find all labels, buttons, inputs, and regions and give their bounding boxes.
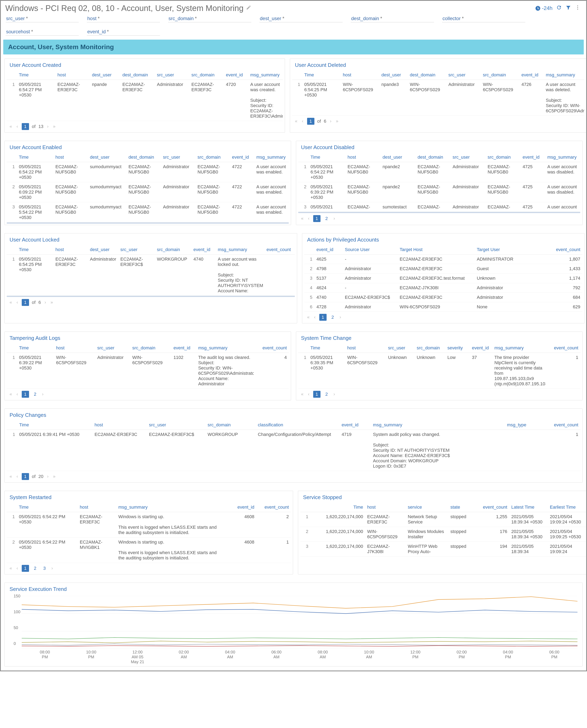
col-header[interactable]: host bbox=[53, 245, 88, 254]
next-page-icon[interactable]: › bbox=[41, 391, 44, 397]
col-header[interactable]: dest_user bbox=[88, 153, 126, 162]
first-page-icon[interactable]: « bbox=[306, 314, 310, 320]
col-header[interactable]: msg_summary bbox=[248, 70, 283, 80]
col-header[interactable]: event_id bbox=[191, 245, 216, 254]
col-header[interactable]: src_user bbox=[147, 420, 206, 430]
filter-host[interactable]: host* bbox=[87, 15, 160, 22]
first-page-icon[interactable]: « bbox=[9, 299, 13, 305]
col-header[interactable]: dest_user bbox=[381, 153, 416, 162]
next-page-icon[interactable]: › bbox=[333, 215, 336, 222]
col-header[interactable]: service bbox=[406, 503, 448, 512]
first-page-icon[interactable]: « bbox=[9, 123, 13, 130]
col-header[interactable]: Earliest Time bbox=[548, 503, 586, 512]
prev-page-icon[interactable]: ‹ bbox=[301, 118, 304, 124]
col-header[interactable]: Latest Time bbox=[509, 503, 548, 512]
col-header[interactable]: msg_summary bbox=[545, 153, 580, 162]
col-header[interactable]: event_id bbox=[230, 153, 254, 162]
col-header[interactable]: msg_type bbox=[505, 420, 543, 430]
col-header[interactable]: msg_summary bbox=[492, 343, 546, 353]
prev-page-icon[interactable]: ‹ bbox=[307, 215, 310, 222]
table-row[interactable]: 205/05/2021 6:39:22 PM +0530EC2AMAZ-NUF5… bbox=[298, 182, 580, 202]
col-header[interactable]: event_count bbox=[264, 245, 295, 254]
current-page[interactable]: 1 bbox=[22, 473, 29, 480]
table-row[interactable]: 205/05/2021 6:09:22 PM +0530EC2AMAZ-NUF5… bbox=[7, 182, 289, 202]
filter-src_user[interactable]: src_user* bbox=[6, 15, 79, 22]
prev-page-icon[interactable]: ‹ bbox=[16, 474, 19, 480]
col-header[interactable]: Target Host bbox=[398, 245, 475, 254]
col-header[interactable]: event_id bbox=[470, 343, 492, 353]
col-header[interactable]: host bbox=[54, 343, 95, 353]
table-row[interactable]: 31,620,220,174,000EC2AMAZ-J7K308IWinHTTP… bbox=[300, 542, 586, 556]
col-header[interactable]: Time bbox=[17, 245, 53, 254]
prev-page-icon[interactable]: ‹ bbox=[313, 314, 316, 320]
table-row[interactable]: 305/05/2021EC2AMAZ-sumotestactEC2AMAZ-Ad… bbox=[298, 202, 580, 212]
col-header[interactable]: event_id bbox=[226, 503, 256, 512]
current-page[interactable]: 1 bbox=[307, 118, 314, 125]
col-header[interactable]: host bbox=[93, 420, 147, 430]
last-page-icon[interactable]: » bbox=[335, 118, 339, 124]
col-header[interactable]: src_domain bbox=[486, 153, 520, 162]
col-header[interactable]: event_id bbox=[314, 245, 343, 254]
page-btn[interactable]: 2 bbox=[329, 314, 336, 321]
refresh-icon[interactable] bbox=[556, 5, 562, 12]
col-header[interactable]: event_id bbox=[224, 70, 248, 80]
col-header[interactable]: msg_summary bbox=[371, 420, 505, 430]
col-header[interactable]: src_user bbox=[95, 343, 130, 353]
col-header[interactable]: host bbox=[55, 70, 90, 80]
col-header[interactable]: dest_domain bbox=[120, 70, 155, 80]
prev-page-icon[interactable]: ‹ bbox=[16, 565, 19, 571]
col-header[interactable]: host bbox=[341, 70, 379, 80]
col-header[interactable]: src_domain bbox=[481, 70, 519, 80]
edit-icon[interactable] bbox=[246, 5, 251, 12]
col-header[interactable]: event_count bbox=[256, 503, 291, 512]
col-header[interactable]: src_user bbox=[161, 153, 195, 162]
table-row[interactable]: 105/05/2021 6:39:35 PM +0530WIN-6C5PO5FS… bbox=[298, 353, 580, 389]
more-icon[interactable] bbox=[575, 5, 581, 12]
table-row[interactable]: 11,620,220,174,000EC2AMAZ-ER3EF3CNetwork… bbox=[300, 512, 586, 527]
current-page[interactable]: 1 bbox=[22, 299, 29, 306]
line-chart[interactable]: 05010015008:00 PM10:00 PM12:00 AM 05 May… bbox=[5, 594, 582, 665]
col-header[interactable]: src_domain bbox=[195, 153, 230, 162]
last-page-icon[interactable]: » bbox=[52, 474, 56, 480]
first-page-icon[interactable]: « bbox=[9, 391, 13, 397]
table-row[interactable]: 105/05/2021 6:39:41 PM +0530EC2AMAZ-ER3E… bbox=[7, 430, 580, 471]
col-header[interactable]: src_domain bbox=[155, 245, 191, 254]
page-btn[interactable]: 1 bbox=[22, 565, 29, 572]
col-header[interactable]: event_count bbox=[546, 343, 580, 353]
page-btn[interactable]: 2 bbox=[32, 391, 38, 398]
table-row[interactable]: 44624-EC2AMAZ-J7K308IAdministrator792 bbox=[304, 283, 582, 293]
col-header[interactable]: src_user bbox=[155, 70, 189, 80]
next-page-icon[interactable]: › bbox=[50, 565, 53, 571]
first-page-icon[interactable]: « bbox=[9, 565, 13, 571]
first-page-icon[interactable]: « bbox=[300, 391, 304, 397]
col-header[interactable]: src_domain bbox=[206, 420, 256, 430]
col-header[interactable]: src_user bbox=[451, 153, 486, 162]
col-header[interactable]: dest_user bbox=[90, 70, 120, 80]
table-row[interactable]: 14625-EC2AMAZ-ER3EF3CADMINISTRATOR1,807 bbox=[304, 254, 582, 264]
col-header[interactable]: event_id bbox=[339, 420, 371, 430]
first-page-icon[interactable]: « bbox=[9, 474, 13, 480]
table-row[interactable]: 54740EC2AMAZ-ER3EF3C$EC2AMAZ-ER3EF3CAdmi… bbox=[304, 293, 582, 302]
next-page-icon[interactable]: › bbox=[339, 314, 342, 320]
page-btn[interactable]: 1 bbox=[319, 314, 327, 321]
table-row[interactable]: 35137AdministratorEC2AMAZ-ER3EF3C.test.f… bbox=[304, 274, 582, 283]
col-header[interactable]: Target User bbox=[475, 245, 548, 254]
col-header[interactable]: dest_domain bbox=[416, 153, 450, 162]
col-header[interactable]: host bbox=[346, 153, 380, 162]
prev-page-icon[interactable]: ‹ bbox=[307, 391, 310, 397]
col-header[interactable]: src_user bbox=[386, 343, 415, 353]
filter-collector[interactable]: collector* bbox=[442, 15, 525, 22]
table-row[interactable]: 205/05/2021 6:54:22 PM +0530EC2AMAZ-MVIG… bbox=[7, 538, 291, 563]
col-header[interactable]: dest_domain bbox=[408, 70, 446, 80]
filter-sourcehost[interactable]: sourcehost* bbox=[6, 28, 79, 36]
col-header[interactable]: host bbox=[345, 343, 386, 353]
col-header[interactable]: src_domain bbox=[130, 343, 171, 353]
prev-page-icon[interactable]: ‹ bbox=[16, 299, 19, 305]
filter-dest_user[interactable]: dest_user* bbox=[259, 15, 343, 22]
table-row[interactable]: 21,620,220,174,000WIN-6C5PO5FS029Windows… bbox=[300, 527, 586, 542]
col-header[interactable]: Time bbox=[17, 503, 78, 512]
filter-src_domain[interactable]: src_domain* bbox=[168, 15, 251, 22]
col-header[interactable]: event_id bbox=[519, 70, 544, 80]
next-page-icon[interactable]: › bbox=[44, 299, 47, 305]
table-row[interactable]: 305/05/2021 5:54:22 PM +0530EC2AMAZ-NUF5… bbox=[7, 202, 289, 222]
